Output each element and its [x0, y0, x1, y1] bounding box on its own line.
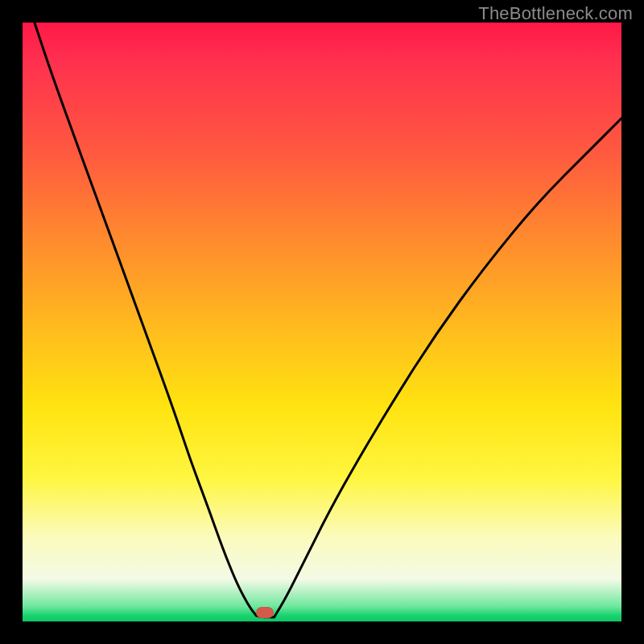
watermark-text: TheBottleneck.com: [478, 3, 633, 24]
outer-frame: TheBottleneck.com: [0, 0, 644, 644]
bottleneck-curve: [23, 23, 621, 621]
min-marker: [256, 607, 274, 618]
curve-path: [35, 23, 621, 617]
plot-area: [23, 23, 621, 621]
